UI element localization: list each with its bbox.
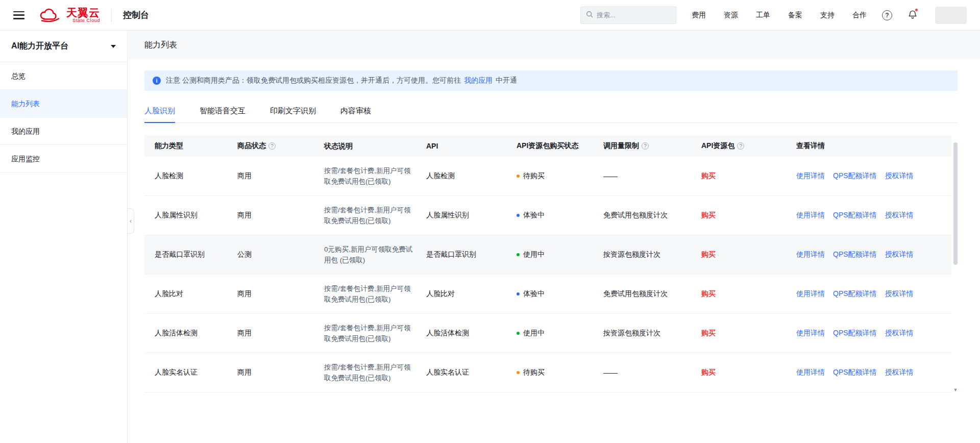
col-status-desc: 状态说明	[318, 141, 420, 152]
col-resource-pack: API资源包?	[695, 141, 790, 151]
console-link[interactable]: 控制台	[123, 9, 149, 21]
tab-speech-interaction[interactable]: 智能语音交互	[200, 106, 246, 122]
product-status: 公测	[231, 241, 318, 268]
table-row: 人脸实名认证 商用 按需/套餐包计费,新用户可领取免费试用包(已领取) 人脸实名…	[144, 353, 951, 392]
help-icon[interactable]: ?	[642, 142, 649, 150]
capability-type: 人脸活体检测	[144, 320, 231, 347]
table-header: 能力类型 商品状态? 状态说明 API API资源包购买状态 调用量限制? AP…	[144, 135, 951, 157]
sidebar-collapse-handle[interactable]: ‹	[128, 208, 134, 234]
status-dot	[517, 253, 520, 256]
tab-ocr[interactable]: 印刷文字识别	[270, 106, 316, 122]
buy-link[interactable]: 购买	[701, 329, 716, 337]
brand-logo[interactable]: 天翼云 State Cloud	[39, 7, 100, 23]
buy-link[interactable]: 购买	[701, 250, 716, 258]
buy-link[interactable]: 购买	[701, 171, 716, 180]
help-icon[interactable]: ?	[268, 142, 276, 150]
auth-detail-link[interactable]: 授权详情	[885, 329, 914, 338]
nav-item-cooperation[interactable]: 合作	[852, 11, 867, 20]
nav-item-resources[interactable]: 资源	[724, 11, 738, 20]
capability-type: 是否戴口罩识别	[144, 241, 231, 268]
nav-item-filing[interactable]: 备案	[788, 11, 802, 20]
sidebar-item-capability-list[interactable]: 能力列表	[0, 90, 127, 117]
usage-detail-link[interactable]: 使用详情	[796, 329, 825, 338]
resource-pack-cell: 购买	[695, 241, 790, 268]
user-avatar[interactable]	[935, 7, 967, 24]
status-dot	[517, 292, 520, 296]
scrollbar-down-arrow[interactable]: ▼	[953, 388, 958, 392]
notification-button[interactable]	[908, 9, 918, 21]
qps-quota-link[interactable]: QPS配额详情	[833, 329, 877, 338]
detail-links: 使用详情 QPS配额详情 授权详情	[790, 241, 951, 268]
api-name: 人脸实名认证	[420, 359, 510, 386]
help-button[interactable]: ?	[882, 10, 892, 20]
scrollbar-thumb[interactable]	[953, 142, 958, 265]
api-name: 人脸活体检测	[420, 320, 510, 347]
page-header: 能力列表	[128, 31, 980, 59]
topbar-divider	[111, 9, 112, 22]
cloud-logo-icon	[39, 8, 62, 22]
purchase-status: 体验中	[510, 202, 597, 229]
buy-link[interactable]: 购买	[701, 289, 716, 298]
status-dot	[517, 175, 520, 178]
page-title: 能力列表	[144, 40, 177, 51]
auth-detail-link[interactable]: 授权详情	[885, 211, 914, 220]
api-name: 人脸属性识别	[420, 202, 510, 229]
usage-detail-link[interactable]: 使用详情	[796, 368, 825, 377]
tab-content-review[interactable]: 内容审核	[340, 106, 371, 122]
resource-pack-cell: 购买	[695, 281, 790, 307]
detail-links: 使用详情 QPS配额详情 授权详情	[790, 320, 951, 347]
purchase-status: 待购买	[510, 163, 597, 189]
qps-quota-link[interactable]: QPS配额详情	[833, 211, 877, 220]
call-limit: 按资源包额度计次	[597, 241, 695, 268]
qps-quota-link[interactable]: QPS配额详情	[833, 250, 877, 259]
capability-type: 人脸属性识别	[144, 202, 231, 229]
search-input[interactable]	[597, 11, 671, 19]
notice-text-suffix: 中开通	[496, 76, 517, 85]
purchase-status: 使用中	[510, 320, 597, 347]
nav-item-cost[interactable]: 费用	[692, 11, 706, 20]
nav-item-tickets[interactable]: 工单	[756, 11, 770, 20]
usage-detail-link[interactable]: 使用详情	[796, 289, 825, 299]
main-content: 能力列表 i 注意 公测和商用类产品：领取免费试用包或购买相应资源包，并开通后，…	[128, 31, 980, 443]
product-status: 商用	[231, 202, 318, 229]
table-row: 人脸比对 商用 按需/套餐包计费,新用户可领取免费试用包(已领取) 人脸比对 体…	[144, 275, 951, 314]
call-limit: ——	[597, 163, 695, 189]
auth-detail-link[interactable]: 授权详情	[885, 289, 914, 299]
notice-my-apps-link[interactable]: 我的应用	[464, 76, 493, 85]
usage-detail-link[interactable]: 使用详情	[796, 250, 825, 259]
sidebar-item-my-apps[interactable]: 我的应用	[0, 117, 127, 145]
status-dot	[517, 371, 520, 374]
help-icon[interactable]: ?	[737, 142, 744, 150]
call-limit: ——	[597, 360, 695, 385]
qps-quota-link[interactable]: QPS配额详情	[833, 289, 877, 299]
buy-link[interactable]: 购买	[701, 211, 716, 219]
sidebar-product-switcher[interactable]: AI能力开放平台	[0, 31, 127, 62]
status-desc: 按需/套餐包计费,新用户可领取免费试用包(已领取)	[318, 314, 420, 353]
qps-quota-link[interactable]: QPS配额详情	[833, 171, 877, 181]
product-status: 商用	[231, 163, 318, 189]
product-status: 商用	[231, 359, 318, 386]
purchase-status-label: 体验中	[523, 211, 545, 220]
tab-face-recognition[interactable]: 人脸识别	[144, 106, 175, 122]
auth-detail-link[interactable]: 授权详情	[885, 250, 914, 259]
nav-item-support[interactable]: 支持	[820, 11, 835, 20]
call-limit: 免费试用包额度计次	[597, 281, 695, 307]
search-box[interactable]	[580, 7, 676, 24]
status-dot	[517, 214, 520, 217]
product-status: 商用	[231, 320, 318, 347]
hamburger-menu-icon[interactable]	[13, 11, 24, 19]
notice-banner: i 注意 公测和商用类产品：领取免费试用包或购买相应资源包，并开通后，方可使用。…	[144, 70, 958, 91]
capability-type: 人脸实名认证	[144, 359, 231, 386]
auth-detail-link[interactable]: 授权详情	[885, 171, 914, 181]
auth-detail-link[interactable]: 授权详情	[885, 368, 914, 377]
usage-detail-link[interactable]: 使用详情	[796, 171, 825, 181]
buy-link[interactable]: 购买	[701, 368, 716, 376]
sidebar: AI能力开放平台 总览 能力列表 我的应用 应用监控	[0, 31, 128, 443]
resource-pack-cell: 购买	[695, 320, 790, 347]
usage-detail-link[interactable]: 使用详情	[796, 211, 825, 220]
status-desc: 按需/套餐包计费,新用户可领取免费试用包(已领取)	[318, 196, 420, 235]
qps-quota-link[interactable]: QPS配额详情	[833, 368, 877, 377]
col-purchase-status: API资源包购买状态	[510, 141, 597, 151]
sidebar-item-overview[interactable]: 总览	[0, 62, 127, 90]
sidebar-item-app-monitor[interactable]: 应用监控	[0, 145, 127, 173]
